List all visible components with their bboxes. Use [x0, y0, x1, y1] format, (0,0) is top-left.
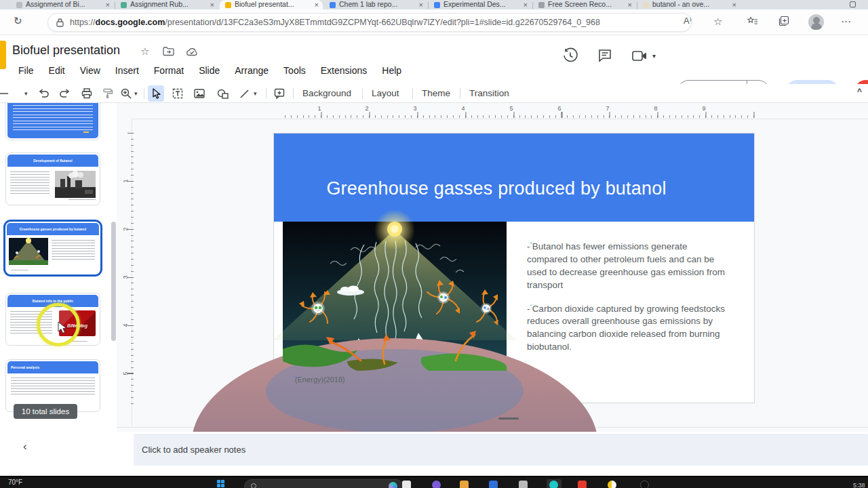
print-icon[interactable] — [79, 85, 95, 102]
collapse-menus-icon[interactable]: ^ — [857, 87, 862, 96]
insert-line-icon[interactable] — [236, 85, 252, 102]
horizontal-ruler: 1 2 3 4 5 6 7 8 9 — [285, 107, 755, 118]
move-folder-icon[interactable] — [163, 47, 174, 56]
browser-tab[interactable]: butanol - an ove... × — [637, 0, 741, 9]
camera-dropdown-icon[interactable]: ▾ — [652, 52, 656, 60]
slide-thumbnail-2[interactable]: Development of Butanol — [5, 152, 100, 205]
slide-title-text[interactable]: Greenhouse gasses produced by butanol — [274, 178, 719, 199]
zoom-tool-dropdown-icon[interactable]: ▾ — [134, 90, 138, 97]
google-slides-logo[interactable] — [0, 41, 6, 69]
insert-comment-icon[interactable] — [271, 85, 288, 102]
speaker-notes-input[interactable]: Click to add speaker notes — [134, 434, 868, 466]
menu-bar: File Edit View Insert Format Slide Arran… — [11, 62, 409, 79]
close-icon[interactable]: × — [628, 1, 632, 9]
transition-button[interactable]: Transition — [465, 87, 513, 100]
taskbar-clock[interactable]: 5:38 — [853, 482, 865, 488]
close-icon[interactable]: × — [732, 1, 736, 9]
insert-image-icon[interactable] — [191, 85, 208, 102]
toolbar-separator — [460, 88, 460, 99]
menu-arrange[interactable]: Arrange — [227, 62, 276, 79]
image-citation[interactable]: *(Energy)(2018) — [293, 375, 345, 384]
browser-tab[interactable]: Assignment Rub... × — [115, 0, 218, 9]
menu-file[interactable]: File — [11, 62, 41, 79]
greenhouse-effect-image[interactable] — [283, 222, 507, 371]
toolbar-separator — [412, 88, 413, 99]
filmstrip-scrollbar[interactable] — [111, 222, 116, 341]
vertical-ruler: 1 2 3 4 5 — [123, 133, 134, 407]
printer-icon[interactable] — [519, 481, 528, 488]
select-tool-icon[interactable] — [148, 85, 164, 102]
zoom-level-control[interactable] — [0, 85, 12, 102]
browser-tab[interactable]: Free Screen Reco... × — [533, 0, 636, 9]
text-box-icon[interactable] — [170, 85, 186, 102]
line-dropdown-icon[interactable]: ▾ — [254, 90, 257, 97]
taskbar-app-icon[interactable] — [402, 481, 411, 488]
redo-icon[interactable] — [57, 85, 73, 102]
notes-resize-handle[interactable] — [498, 418, 519, 420]
toolbar-separator — [144, 88, 144, 99]
add-favorite-icon[interactable]: ☆ — [713, 16, 722, 28]
toolbar-separator — [266, 88, 267, 99]
slide-editor-page[interactable]: Greenhouse gasses produced by butanol — [273, 133, 755, 403]
browser-menu-icon[interactable]: ⋯ — [841, 16, 851, 28]
taskbar-search-box[interactable] — [244, 479, 403, 488]
favorites-bar-icon[interactable] — [747, 16, 758, 26]
slide-thumbnail-1[interactable] — [5, 103, 100, 140]
undo-icon[interactable] — [35, 85, 52, 102]
url-text: https://docs.google.com/presentation/d/1… — [70, 18, 600, 27]
menu-edit[interactable]: Edit — [41, 62, 73, 79]
menu-slide[interactable]: Slide — [191, 62, 227, 79]
mail-icon[interactable] — [578, 481, 587, 488]
ruler-number: 3 — [412, 105, 418, 112]
thumbnail-title: Personal analysis — [7, 361, 98, 373]
zoom-dropdown-icon[interactable]: ▾ — [24, 90, 28, 97]
menu-view[interactable]: View — [73, 62, 108, 79]
close-icon[interactable]: × — [106, 1, 110, 9]
slide-title-banner[interactable]: Greenhouse gasses produced by butanol — [274, 134, 754, 222]
theme-button[interactable]: Theme — [418, 87, 454, 100]
cloud-saved-icon[interactable] — [186, 47, 198, 56]
insert-shape-icon[interactable] — [214, 85, 231, 102]
taskbar-app-icon[interactable] — [432, 481, 441, 488]
layout-button[interactable]: Layout — [368, 87, 403, 100]
menu-insert[interactable]: Insert — [108, 62, 146, 79]
menu-extensions[interactable]: Extensions — [313, 62, 374, 79]
read-aloud-icon[interactable]: A⁾ — [684, 16, 692, 26]
thumbnail-text-lines — [11, 378, 95, 395]
browser-tab[interactable]: Assignment of Bi... × — [11, 0, 114, 9]
close-icon[interactable]: × — [315, 1, 319, 9]
browser-profile-avatar[interactable] — [808, 14, 824, 30]
slide-thumbnail-3-selected[interactable]: Greenhouse gasses produced by butanol — [5, 222, 100, 274]
close-icon[interactable]: × — [419, 1, 423, 9]
collections-icon[interactable] — [778, 16, 789, 26]
reload-icon[interactable]: ↻ — [14, 15, 22, 27]
version-history-icon[interactable] — [563, 48, 578, 63]
window-restore-icon[interactable] — [850, 1, 856, 7]
taskbar-app-icon[interactable] — [640, 481, 649, 488]
paint-format-icon[interactable] — [99, 85, 115, 102]
zoom-icon[interactable] — [118, 85, 134, 102]
taskbar-app-icon[interactable] — [608, 481, 616, 488]
close-icon[interactable]: × — [524, 1, 528, 9]
menu-help[interactable]: Help — [374, 62, 409, 79]
browser-tab-active[interactable]: Biofuel presentat... × — [220, 0, 323, 9]
browser-tab[interactable]: Experimental Des... × — [429, 0, 532, 9]
menu-tools[interactable]: Tools — [276, 62, 313, 79]
browser-tab[interactable]: Chem 1 lab repo... × — [324, 0, 427, 9]
address-bar[interactable]: https://docs.google.com/presentation/d/1… — [47, 13, 692, 32]
star-document-icon[interactable]: ☆ — [140, 45, 149, 58]
document-title[interactable]: Biofuel presentation — [12, 43, 120, 58]
close-icon[interactable]: × — [210, 1, 214, 9]
chevron-left-icon[interactable]: ‹ — [23, 440, 27, 453]
background-button[interactable]: Background — [298, 87, 355, 100]
slide-body-text[interactable]: -*Butanol has fewer emissions generate c… — [527, 237, 730, 361]
meet-camera-icon[interactable] — [632, 51, 647, 61]
file-explorer-icon[interactable] — [460, 481, 469, 488]
slide-filmstrip: Development of Butanol Greenhouse gasses… — [0, 103, 117, 432]
taskbar-app-icon[interactable] — [489, 481, 498, 488]
taskbar-app-icon[interactable] — [549, 481, 558, 488]
menu-format[interactable]: Format — [146, 62, 191, 79]
windows-start-icon[interactable] — [217, 480, 224, 487]
comments-icon[interactable] — [598, 49, 612, 62]
weather-widget[interactable]: 70°F — [8, 479, 22, 486]
